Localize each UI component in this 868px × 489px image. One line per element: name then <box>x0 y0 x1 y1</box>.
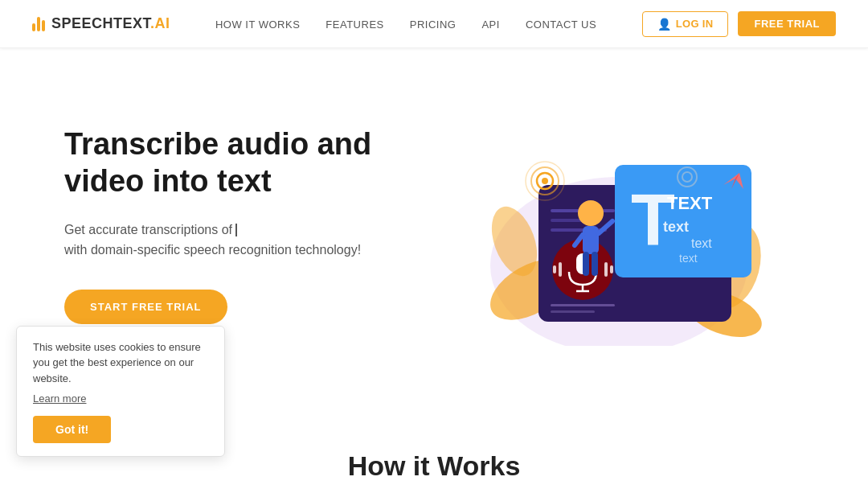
free-trial-button[interactable]: FREE TRIAL <box>738 11 836 36</box>
svg-rect-29 <box>583 252 589 276</box>
svg-rect-21 <box>553 265 556 273</box>
login-button[interactable]: 👤 LOG IN <box>642 11 729 37</box>
nav-actions: 👤 LOG IN FREE TRIAL <box>642 11 836 37</box>
svg-rect-24 <box>610 265 613 273</box>
svg-text:text: text <box>663 219 689 235</box>
svg-point-27 <box>578 200 604 226</box>
text-cursor <box>235 224 237 236</box>
hero-illustration: T TEXT text text text <box>434 97 804 354</box>
hero-subtitle: Get accurate transcriptions of with doma… <box>64 220 434 261</box>
navbar: SPEECHTEXT.AI HOW IT WORKS FEATURES PRIC… <box>0 0 868 48</box>
nav-api[interactable]: API <box>481 18 499 31</box>
nav-contact-us[interactable]: CONTACT US <box>526 18 596 31</box>
cookie-banner: This website uses cookies to ensure you … <box>16 326 225 458</box>
svg-point-36 <box>542 178 548 184</box>
svg-text:TEXT: TEXT <box>667 193 713 213</box>
nav-features[interactable]: FEATURES <box>326 18 383 31</box>
svg-rect-30 <box>592 252 598 276</box>
hero-title: Transcribe audio and video into text <box>64 126 434 199</box>
nav-pricing[interactable]: PRICING <box>410 18 457 31</box>
svg-rect-26 <box>551 310 595 313</box>
svg-rect-25 <box>551 304 615 306</box>
hero-svg: T TEXT text text text <box>458 105 780 346</box>
logo-text: SPEECHTEXT.AI <box>51 15 170 32</box>
learn-more-link[interactable]: Learn more <box>33 392 208 405</box>
svg-rect-23 <box>604 262 608 277</box>
hero-content: Transcribe audio and video into text Get… <box>64 126 434 323</box>
svg-text:text: text <box>691 236 712 250</box>
logo-waves-icon <box>32 17 45 31</box>
start-free-trial-button[interactable]: START FREE TRIAL <box>64 290 227 324</box>
nav-links: HOW IT WORKS FEATURES PRICING API CONTAC… <box>215 17 596 31</box>
svg-rect-22 <box>559 262 562 277</box>
user-icon: 👤 <box>657 18 671 31</box>
nav-how-it-works[interactable]: HOW IT WORKS <box>215 18 300 31</box>
svg-text:text: text <box>679 252 698 265</box>
cookie-accept-button[interactable]: Got it! <box>33 416 111 443</box>
cookie-message: This website uses cookies to ensure you … <box>33 339 208 387</box>
logo[interactable]: SPEECHTEXT.AI <box>32 15 170 32</box>
svg-rect-28 <box>583 226 599 254</box>
